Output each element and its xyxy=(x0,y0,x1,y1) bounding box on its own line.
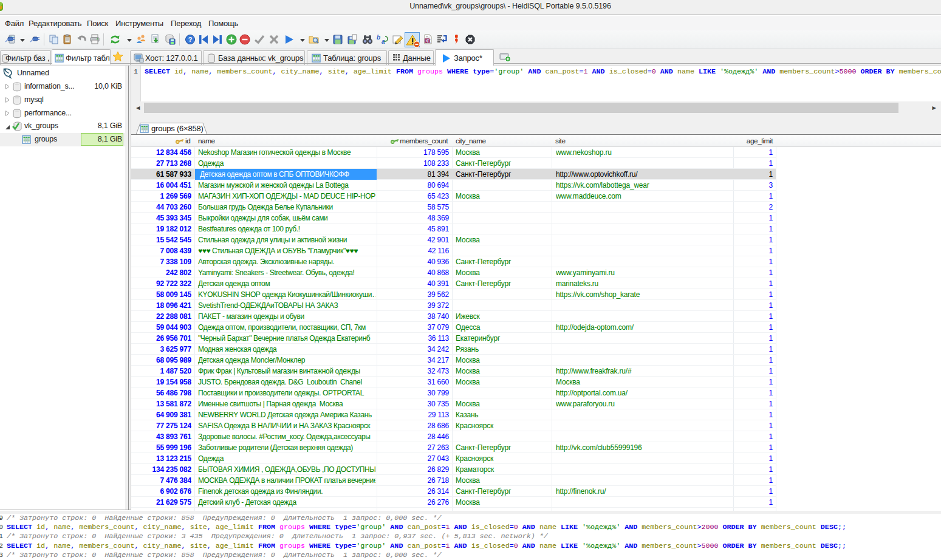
svg-text:?: ? xyxy=(188,36,193,43)
svg-text:b: b xyxy=(377,34,380,41)
